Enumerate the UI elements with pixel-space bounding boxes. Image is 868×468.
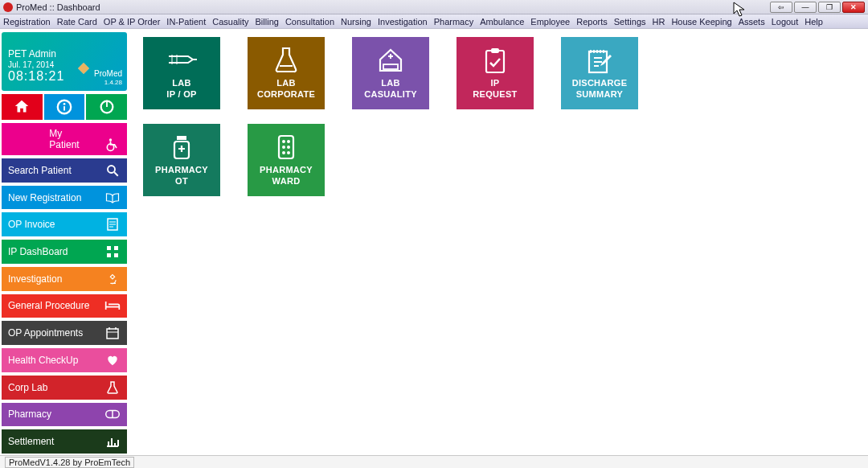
sidebar-newreg-label: New Registration <box>8 192 104 203</box>
brand-name: ProMed <box>94 69 122 78</box>
home-button[interactable] <box>2 94 43 120</box>
sidebar-genproc-label: General Procedure <box>8 300 104 311</box>
pill-icon <box>104 409 121 419</box>
svg-rect-20 <box>107 329 118 339</box>
microscope-icon <box>104 273 121 285</box>
tile-line2: CORPORATE <box>257 89 315 101</box>
menu-registration[interactable]: Registration <box>3 17 51 27</box>
grid-icon <box>104 245 121 258</box>
tile-line1: LAB <box>381 78 400 89</box>
wheelchair-icon <box>104 136 121 152</box>
sidebar-settlement[interactable]: Settlement <box>2 429 127 454</box>
menu-hr[interactable]: HR <box>653 17 665 27</box>
sidebar-health-checkup[interactable]: Health CheckUp <box>2 348 127 372</box>
svg-rect-4 <box>63 106 65 111</box>
sidebar-corp-lab[interactable]: Corp Lab <box>2 376 127 400</box>
flask-icon <box>104 381 121 394</box>
maximize-button[interactable]: ❐ <box>818 2 841 13</box>
user-name: PET Admin <box>8 48 121 60</box>
bed-icon <box>104 300 121 311</box>
status-text: ProMedV1.4.28 by ProEmTech <box>5 457 134 468</box>
sidebar-new-registration[interactable]: New Registration <box>2 186 127 210</box>
tile-row-1: LAB IP / OP LAB CORPORATE LAB CASUALITY … <box>143 37 868 109</box>
receipt-icon <box>104 218 121 231</box>
sidebar-corplab-label: Corp Lab <box>8 382 104 393</box>
menu-employee[interactable]: Employee <box>530 17 570 27</box>
flask-icon <box>274 46 298 75</box>
menu-bar: Registration Rate Card OP & IP Order IN-… <box>0 14 868 29</box>
svg-rect-17 <box>114 246 118 250</box>
hospital-icon <box>377 46 404 75</box>
menu-investigation[interactable]: Investigation <box>378 17 428 27</box>
menu-pharmacy[interactable]: Pharmacy <box>434 17 474 27</box>
sidebar-pharmacy[interactable]: Pharmacy <box>2 403 127 427</box>
tile-pharmacy-ward[interactable]: PHARMACY WARD <box>248 124 325 196</box>
svg-point-39 <box>287 146 290 149</box>
tile-line1: LAB <box>276 78 296 89</box>
chart-icon <box>104 436 121 447</box>
tile-line1: LAB <box>172 78 191 89</box>
svg-point-3 <box>63 103 66 105</box>
tile-line2: REQUEST <box>473 89 517 101</box>
sidebar-op-appointments[interactable]: OP Appointments <box>2 321 127 345</box>
menu-logout[interactable]: Logout <box>772 17 799 27</box>
sidebar-my-patient[interactable]: My Patient <box>2 123 127 155</box>
window-controls: ⇦ — ❐ ✕ <box>770 2 865 13</box>
calendar-icon <box>104 326 121 339</box>
menu-reports[interactable]: Reports <box>576 17 608 27</box>
tile-lab-casuality[interactable]: LAB CASUALITY <box>352 37 429 109</box>
back-button[interactable]: ⇦ <box>770 2 792 13</box>
heart-icon <box>104 355 121 366</box>
svg-point-8 <box>109 138 112 141</box>
tile-line2: OT <box>175 176 188 187</box>
sidebar-investigation[interactable]: Investigation <box>2 267 127 291</box>
clipboard-check-icon <box>483 46 507 75</box>
menu-rate-card[interactable]: Rate Card <box>57 17 97 27</box>
tile-line2: CASUALITY <box>364 89 417 101</box>
tile-line1: IP <box>491 78 500 89</box>
tablet-strip-icon <box>277 133 295 162</box>
status-bar: ProMedV1.4.28 by ProEmTech <box>0 455 868 468</box>
menu-house-keeping[interactable]: House Keeping <box>671 17 731 27</box>
menu-casuality[interactable]: Casuality <box>212 17 248 27</box>
svg-point-40 <box>282 151 285 154</box>
svg-rect-33 <box>177 136 186 140</box>
sidebar-ip-dashboard[interactable]: IP DashBoard <box>2 240 127 264</box>
svg-rect-18 <box>107 253 111 257</box>
minimize-button[interactable]: — <box>794 2 817 13</box>
tile-lab-ip-op[interactable]: LAB IP / OP <box>143 37 220 109</box>
sidebar-search-label: Search Patient <box>8 165 104 176</box>
info-button[interactable] <box>44 94 85 120</box>
power-button[interactable] <box>86 94 127 120</box>
sidebar-search-patient[interactable]: Search Patient <box>2 158 127 183</box>
medicine-jar-icon <box>171 133 192 162</box>
menu-in-patient[interactable]: IN-Patient <box>166 17 206 27</box>
main-area: PET Admin Jul. 17, 2014 08:18:21 ProMed … <box>0 29 868 455</box>
menu-consultation[interactable]: Consultation <box>285 17 334 27</box>
svg-point-38 <box>282 146 285 149</box>
tile-discharge-summary[interactable]: DISCHARGE SUMMARY <box>561 37 638 109</box>
tile-line1: DISCHARGE <box>572 78 628 89</box>
close-button[interactable]: ✕ <box>842 2 865 13</box>
tile-ip-request[interactable]: IP REQUEST <box>457 37 534 109</box>
menu-nursing[interactable]: Nursing <box>341 17 371 27</box>
menu-help[interactable]: Help <box>805 17 823 27</box>
book-icon <box>104 192 121 203</box>
tile-line1: PHARMACY <box>155 165 208 176</box>
menu-settings[interactable]: Settings <box>614 17 646 27</box>
menu-assets[interactable]: Assets <box>739 17 765 27</box>
power-icon <box>98 98 116 116</box>
menu-ambulance[interactable]: Ambulance <box>480 17 524 27</box>
menu-billing[interactable]: Billing <box>256 17 279 27</box>
sidebar-investigation-label: Investigation <box>8 273 104 285</box>
tile-row-2: PHARMACY OT PHARMACY WARD <box>143 124 868 196</box>
app-icon <box>3 2 13 12</box>
svg-rect-31 <box>491 48 499 53</box>
sidebar-op-invoice[interactable]: OP Invoice <box>2 212 127 236</box>
sidebar-general-procedure[interactable]: General Procedure <box>2 294 127 318</box>
svg-rect-35 <box>279 136 293 158</box>
menu-op-ip-order[interactable]: OP & IP Order <box>104 17 161 27</box>
tile-pharmacy-ot[interactable]: PHARMACY OT <box>143 124 220 196</box>
sidebar-settlement-label: Settlement <box>8 436 104 447</box>
tile-lab-corporate[interactable]: LAB CORPORATE <box>248 37 325 109</box>
